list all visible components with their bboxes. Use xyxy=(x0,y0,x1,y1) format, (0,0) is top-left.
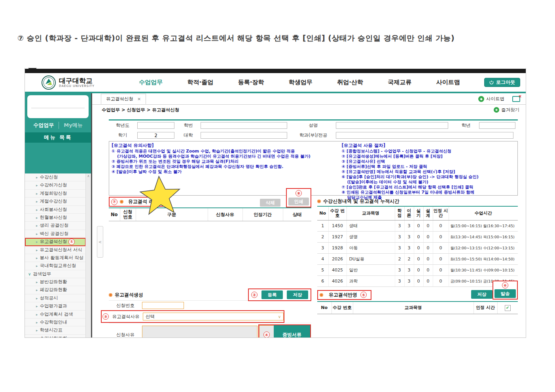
chevron-down-icon: ∨ xyxy=(28,272,31,276)
sidebar-collapse-handle[interactable]: < xyxy=(97,226,103,258)
table-row[interactable]: 54025일반33000월(10:30~11:45) 수(09:00~10:15… xyxy=(317,265,518,276)
studentno-input[interactable] xyxy=(201,122,287,129)
screen: ⑦ 승인 (학과장 - 단과대학)이 완료된 후 유고결석 리스트에서 해당 항… xyxy=(0,0,555,392)
table-row[interactable]: 42026DU실용22000화(15:00~15:50) 목(14:00~14:… xyxy=(317,254,518,265)
star-icon: ★ xyxy=(494,107,499,113)
triangle-icon: ▸ xyxy=(36,175,38,179)
sidebar-item-grade-announcement[interactable]: ▸성적공시 xyxy=(25,294,86,302)
table-row[interactable]: 31928아동33000월(12:00~13:15) 수(12:00~13:15… xyxy=(317,243,518,254)
year-input[interactable] xyxy=(137,122,174,129)
apply-save-button[interactable]: 저장 xyxy=(471,290,492,299)
sidebar-item-seasonal-hope[interactable]: ▸계절희망신청 xyxy=(25,190,86,198)
nav-sitemap[interactable]: 사이트맵 xyxy=(436,79,460,86)
col-recognized: 인정 시간 xyxy=(433,206,449,220)
courses-section: 수강신청내역 및 유고결석 누적시간 No 수강 번호 교과목명 학 점 이 론… xyxy=(317,197,518,287)
college-input[interactable] xyxy=(201,132,287,139)
sidebar-group-search[interactable]: ∨검색업무 xyxy=(25,270,86,278)
sidebar-item-absence-form[interactable]: ▸유고결석신청서 서식 xyxy=(25,246,86,254)
tab-bar: 유고결석신청 × ◆ 사이트맵 × xyxy=(92,93,526,105)
nav-student-affairs[interactable]: 학생업무 xyxy=(289,79,313,86)
triangle-icon: ▸ xyxy=(36,288,38,292)
step-instruction-note: ⑦ 승인 (학과장 - 단과대학)이 완료된 후 유고결석 리스트에서 해당 항… xyxy=(17,33,532,43)
content-area: 유고결석신청 × ◆ 사이트맵 × 수업업무 > 신청업무 > 유고결석신청 ★… xyxy=(92,93,526,337)
sidebar-tabs: 수업업무 My메뉴 xyxy=(25,118,91,132)
sidebar-item-vaccine-absence[interactable]: ▸백신 공결신청 xyxy=(25,230,86,238)
tab-label: 유고결석신청 xyxy=(106,96,133,102)
grade-input[interactable] xyxy=(479,122,515,129)
sidebar-item-syllabus-search[interactable]: ▸수업계획서 검색 xyxy=(25,311,86,318)
tab-unavoidable-absence[interactable]: 유고결석신청 × xyxy=(101,94,146,104)
nav-career-industry[interactable]: 취업·산학 xyxy=(337,79,363,86)
sidebar-item-cancelled-course-status[interactable]: ▸폐강강좌현황 xyxy=(25,286,86,294)
sidebar-item-unavoidable-absence[interactable]: ▸유고결석신청 ① xyxy=(25,238,86,246)
dept-input[interactable] xyxy=(336,132,513,139)
create-title: 유고결석생성 xyxy=(115,292,143,298)
semester-input[interactable] xyxy=(137,132,174,139)
logout-button[interactable]: 로그아웃 xyxy=(484,78,520,87)
sidebar-item-service-plan[interactable]: ▸봉사 활동계획서 작성 xyxy=(25,254,86,262)
table-row[interactable]: 21927생명33000화(13:30~14:45) 목(15:00~16:15… xyxy=(317,232,518,243)
sidebar-item-domestic-credit-exchange[interactable]: ▸국내학점교류신청 xyxy=(25,262,86,270)
sidebar-item-student-timetable[interactable]: ▸학생시간표 xyxy=(25,326,86,334)
sidebar-item-course-apply[interactable]: ▸수강신청 xyxy=(25,173,86,181)
section-bullet-icon xyxy=(109,293,112,297)
attach-annotation-box: ④ 증빙서류 xyxy=(258,324,311,337)
sidebar-item-seasonal-course[interactable]: ▸계절수강신청 xyxy=(25,198,86,205)
notice-line: ⑦ [승인]완료 후 [유고결석 리스트]에서 해당 항목 선택후 [인쇄] 클… xyxy=(341,185,515,190)
sidebar-item-blood-donation[interactable]: ▸헌혈봉사신청 xyxy=(25,214,86,222)
send-button[interactable]: 발송 xyxy=(494,289,516,298)
sidebar-item-credit-guide[interactable]: ▸수강학점안내 xyxy=(25,318,86,326)
nav-international[interactable]: 국제교류 xyxy=(388,79,411,86)
notice-line: ③ [유고결석사유] 선택 xyxy=(341,159,515,164)
table-row[interactable]: 64026과학33000금(09:00~10:15) 금(10:30~11:45… xyxy=(317,276,518,287)
sidebar-item-class-evaluation[interactable]: ▸수업평가결과 xyxy=(25,302,86,310)
detail-reason-textarea[interactable] xyxy=(142,326,258,337)
triangle-icon: ▸ xyxy=(36,200,38,204)
nav-records-graduation[interactable]: 학적·졸업 xyxy=(188,79,214,86)
sidebar-scrollbar[interactable]: ∧ xyxy=(85,173,91,337)
col-no: No xyxy=(109,208,120,221)
close-all-windows-icon[interactable]: × xyxy=(512,96,520,102)
delete-button[interactable]: 삭제 xyxy=(260,199,280,207)
name-input[interactable] xyxy=(336,122,448,129)
save-button[interactable]: 저장 xyxy=(287,290,308,299)
sidebar-item-social-service[interactable]: ▸사회봉사신청 xyxy=(25,206,86,214)
nav-classwork[interactable]: 수업업무 xyxy=(139,79,163,86)
col-course-no: 수강 번호 xyxy=(331,302,353,314)
reason-select-row-wrap: ③ 유고결석사유 선택 ∨ xyxy=(109,310,311,323)
create-form: 신청번호 ③ 유고결석사유 선택 ∨ xyxy=(109,300,311,337)
col-design: 설 계 xyxy=(423,206,433,220)
nav-registration-scholarship[interactable]: 등록·장학 xyxy=(238,79,264,86)
triangle-icon: ▸ xyxy=(36,183,38,187)
triangle-icon: ▸ xyxy=(36,224,38,228)
col-credit: 학 점 xyxy=(395,206,404,220)
notice-box: [유고결석 유의사항] ① 유고결석 적용은 대면수업 및 실시간 Zoom 수… xyxy=(109,141,518,196)
table-row[interactable]: 11450생태33000월(15:00~16:15) 월(16:30~17:45… xyxy=(317,220,518,232)
sidebar-item-enrollment-lookup[interactable]: ▸수강신청조회 xyxy=(25,335,86,337)
select-all-checkbox[interactable]: ✔ xyxy=(505,305,511,311)
favorite-button[interactable]: ★ 즐겨찾기 xyxy=(494,107,519,113)
sidebar-tab-classwork[interactable]: 수업업무 xyxy=(28,122,59,129)
tab-close-icon[interactable]: × xyxy=(137,96,141,102)
scroll-up-icon[interactable]: ∧ xyxy=(87,174,90,178)
sidebar-item-course-permission[interactable]: ▸수강허가신청 xyxy=(25,181,86,189)
sidebar-item-menstrual-absence[interactable]: ▸생리 공결신청 xyxy=(25,222,86,230)
year-label: 학년도 xyxy=(109,120,136,131)
triangle-icon: ▸ xyxy=(36,192,38,196)
sitemap-link[interactable]: ◆ 사이트맵 xyxy=(478,96,504,102)
apply-no-input[interactable] xyxy=(142,302,184,309)
reason-select[interactable]: 선택 ∨ xyxy=(143,313,284,320)
app-header: 대구대학교 DAEGU UNIVERSITY 수업업무 학적·졸업 등록·장학 … xyxy=(25,73,526,92)
col-status: 상태 xyxy=(283,208,311,221)
register-button[interactable]: 등록 xyxy=(261,290,283,299)
sidebar-item-section-status[interactable]: ▸분반강좌현황 xyxy=(25,278,86,286)
sidebar-tab-mymenu[interactable]: My메뉴 xyxy=(59,122,87,129)
bottom-sections: 유고결석생성 ② 등록 저장 신청번호 xyxy=(109,290,518,337)
col-period: 인정기간 xyxy=(242,208,283,221)
annotation-badge-5: ⑤ xyxy=(360,292,367,298)
create-header: 유고결석생성 ② 등록 저장 xyxy=(109,290,311,300)
evidence-docs-button[interactable]: 증빙서류 xyxy=(274,325,310,337)
triangle-icon: ▸ xyxy=(36,337,38,337)
print-button[interactable]: 인쇄 xyxy=(288,198,309,205)
register-annotation-box: ② 등록 저장 xyxy=(248,288,311,301)
